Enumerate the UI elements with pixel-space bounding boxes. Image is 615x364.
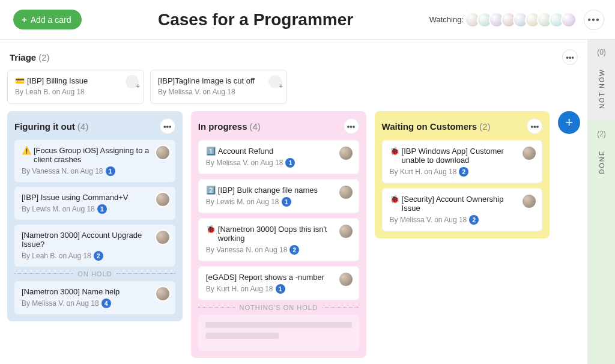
column-card[interactable]: [eGADS] Report shows a -number By Kurt H…	[198, 266, 359, 300]
assign-icon[interactable]	[126, 75, 139, 88]
placeholder-card	[198, 315, 359, 351]
card-meta: By Melissa V.on Aug 18 2	[390, 215, 535, 225]
app-header: + Add a card Cases for a Programmer Watc…	[0, 0, 615, 40]
assign-icon[interactable]	[268, 75, 282, 88]
column-card[interactable]: [IBP] Issue using Command+V By Lewis M.o…	[14, 187, 175, 220]
column-menu-button[interactable]: •••	[160, 118, 175, 134]
watcher-avatar[interactable]	[561, 12, 577, 28]
add-card-label: Add a card	[31, 15, 71, 25]
triage-card[interactable]: 💳 [IBP] Billing Issue By Leah B.on Aug 1…	[7, 70, 144, 104]
page-title: Cases for a Programmer	[82, 10, 429, 29]
comment-badge: 1	[97, 204, 107, 214]
kebab-icon: •••	[531, 122, 539, 131]
card-meta: By Kurt H.on Aug 18 2	[390, 167, 535, 177]
column-card[interactable]: 🐞 [IBP Windows App] Customer unable to d…	[382, 140, 543, 183]
header-menu-button[interactable]: •••	[584, 10, 604, 30]
card-meta: By Leah B.on Aug 18 2	[22, 251, 168, 261]
column-card[interactable]: 🐞 [Nametron 3000] Oops this isn't workin…	[198, 218, 359, 261]
card-title: 🐞 [IBP Windows App] Customer unable to d…	[390, 147, 535, 165]
card-avatar[interactable]	[521, 145, 537, 161]
card-emoji-icon: 🐞	[390, 147, 399, 156]
column-count: (2)	[479, 121, 490, 132]
card-title: [IBP]Tagline Image is cut off	[158, 76, 279, 85]
column-card[interactable]: 1️⃣ Account Refund By Melissa V.on Aug 1…	[198, 140, 359, 174]
card-title: 💳 [IBP] Billing Issue	[15, 76, 136, 85]
comment-badge: 1	[285, 158, 295, 168]
card-avatar[interactable]	[338, 145, 354, 161]
card-meta: By Melissa V.on Aug 18	[158, 88, 279, 96]
comment-badge: 2	[289, 245, 299, 255]
triage-header: Triage (2) •••	[7, 47, 580, 70]
column-card[interactable]: ⚠️ [Focus Group iOS] Assigning to a clie…	[14, 140, 175, 182]
rail-done[interactable]: (2) DONE	[587, 121, 615, 364]
column-cards: 🐞 [IBP Windows App] Customer unable to d…	[382, 140, 543, 231]
comment-badge: 1	[282, 197, 291, 207]
card-emoji-icon: 💳	[15, 76, 25, 85]
card-emoji-icon: 2️⃣	[206, 186, 216, 195]
card-emoji-icon: 🐞	[390, 195, 399, 204]
column-count: (4)	[77, 121, 88, 132]
card-avatar[interactable]	[155, 229, 171, 245]
card-title: ⚠️ [Focus Group iOS] Assigning to a clie…	[22, 146, 168, 164]
watchers-avatars[interactable]	[468, 12, 577, 28]
card-title: [eGADS] Report shows a -number	[206, 273, 351, 282]
column-header: Figuring it out (4) •••	[14, 118, 175, 134]
card-avatar[interactable]	[521, 193, 537, 209]
card-avatar[interactable]	[155, 145, 171, 160]
right-rail: (0) NOT NOW (2) DONE	[587, 40, 615, 364]
card-title: 🐞 [Nametron 3000] Oops this isn't workin…	[206, 225, 351, 243]
rail-not-now[interactable]: (0) NOT NOW	[587, 40, 615, 121]
column-menu-button[interactable]: •••	[527, 118, 542, 134]
column-count: (4)	[249, 121, 260, 132]
kebab-icon: •••	[566, 53, 574, 62]
column-inprogress: In progress (4) ••• 1️⃣ Account Refund B…	[191, 111, 366, 358]
comment-badge: 2	[459, 167, 468, 177]
card-title: 1️⃣ Account Refund	[206, 147, 351, 156]
card-avatar[interactable]	[338, 184, 354, 200]
comment-badge: 2	[94, 251, 103, 261]
card-title: 🐞 [Security] Account Ownership Issue	[390, 195, 535, 213]
column-title: Waiting on Customers	[382, 121, 477, 132]
triage-title: Triage	[10, 52, 36, 62]
card-meta: By Melissa V.on Aug 18 1	[206, 158, 351, 168]
kebab-icon: •••	[588, 15, 601, 25]
rail-done-count: (2)	[597, 130, 606, 138]
card-meta: By Melissa V.on Aug 18 4	[22, 299, 168, 308]
card-title: [IBP] Issue using Command+V	[22, 193, 168, 202]
column-cards: ⚠️ [Focus Group iOS] Assigning to a clie…	[14, 140, 175, 267]
column-header: In progress (4) •••	[198, 118, 359, 134]
column-card[interactable]: [Nametron 3000] Account Upgrade Issue? B…	[14, 225, 175, 267]
triage-menu-button[interactable]: •••	[562, 49, 578, 65]
card-avatar[interactable]	[338, 271, 354, 287]
rail-done-label: DONE	[598, 150, 605, 174]
triage-cards: 💳 [IBP] Billing Issue By Leah B.on Aug 1…	[7, 70, 580, 104]
kebab-icon: •••	[347, 122, 356, 131]
plus-icon: +	[565, 115, 573, 130]
watching-label: Watching:	[429, 15, 464, 24]
card-avatar[interactable]	[155, 192, 171, 207]
triage-count: (2)	[38, 52, 49, 62]
column-figuring: Figuring it out (4) ••• ⚠️ [Focus Group …	[7, 111, 183, 321]
triage-section: Triage (2) ••• 💳 [IBP] Billing Issue By …	[7, 47, 580, 104]
add-card-button[interactable]: + Add a card	[13, 10, 82, 29]
column-card[interactable]: 🐞 [Security] Account Ownership Issue By …	[382, 188, 543, 231]
card-emoji-icon: 1️⃣	[206, 147, 216, 156]
card-title: 2️⃣ [IBP] Bulk change file names	[206, 186, 351, 195]
card-meta: By Vanessa N.on Aug 18 2	[206, 245, 351, 255]
column-header: Waiting on Customers (2) •••	[382, 118, 543, 134]
card-avatar[interactable]	[155, 286, 171, 302]
column-card[interactable]: [Nametron 3000] Name help By Melissa V.o…	[14, 281, 175, 314]
column-hold-cards: [Nametron 3000] Name help By Melissa V.o…	[14, 281, 175, 314]
column-title: In progress	[198, 121, 247, 132]
card-avatar[interactable]	[338, 223, 354, 239]
card-meta: By Lewis M.on Aug 18 1	[22, 204, 168, 214]
column-card[interactable]: 2️⃣ [IBP] Bulk change file names By Lewi…	[198, 179, 359, 213]
card-meta: By Leah B.on Aug 18	[15, 88, 136, 96]
column-menu-button[interactable]: •••	[344, 118, 359, 134]
main-columns: Triage (2) ••• 💳 [IBP] Billing Issue By …	[0, 40, 587, 364]
add-column-button[interactable]: +	[558, 111, 580, 134]
card-meta: By Kurt H.on Aug 18 1	[206, 284, 351, 294]
triage-card[interactable]: [IBP]Tagline Image is cut off By Melissa…	[150, 70, 287, 104]
on-hold-divider: ON HOLD	[14, 270, 175, 278]
card-title: [Nametron 3000] Name help	[22, 287, 168, 296]
